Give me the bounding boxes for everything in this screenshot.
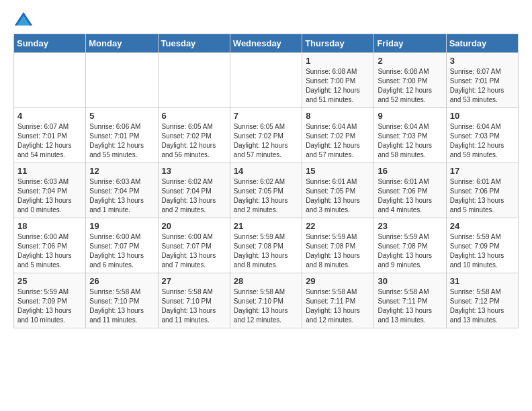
day-info: Sunrise: 5:59 AM Sunset: 7:08 PM Dayligh… [234, 232, 298, 270]
day-info: Sunrise: 5:59 AM Sunset: 7:08 PM Dayligh… [378, 232, 442, 270]
calendar-table: SundayMondayTuesdayWednesdayThursdayFrid… [13, 34, 519, 328]
day-number: 6 [162, 111, 226, 121]
calendar-cell: 22Sunrise: 5:59 AM Sunset: 7:08 PM Dayli… [302, 218, 374, 273]
day-number: 17 [450, 166, 515, 176]
calendar-cell: 12Sunrise: 6:03 AM Sunset: 7:04 PM Dayli… [86, 163, 158, 218]
calendar-cell: 14Sunrise: 6:02 AM Sunset: 7:05 PM Dayli… [230, 163, 302, 218]
calendar-cell: 30Sunrise: 5:58 AM Sunset: 7:11 PM Dayli… [374, 273, 446, 328]
day-info: Sunrise: 6:07 AM Sunset: 7:01 PM Dayligh… [450, 67, 515, 105]
day-info: Sunrise: 6:03 AM Sunset: 7:04 PM Dayligh… [17, 177, 82, 215]
day-number: 2 [378, 56, 442, 66]
day-number: 28 [234, 276, 298, 286]
calendar-cell: 19Sunrise: 6:00 AM Sunset: 7:07 PM Dayli… [86, 218, 158, 273]
day-info: Sunrise: 5:59 AM Sunset: 7:08 PM Dayligh… [306, 232, 370, 270]
day-number: 26 [89, 276, 154, 286]
weekday-header-sunday: Sunday [14, 34, 86, 53]
week-row-2: 4Sunrise: 6:07 AM Sunset: 7:01 PM Daylig… [14, 108, 519, 163]
calendar-cell: 23Sunrise: 5:59 AM Sunset: 7:08 PM Dayli… [374, 218, 446, 273]
day-info: Sunrise: 6:05 AM Sunset: 7:02 PM Dayligh… [234, 122, 298, 160]
calendar-cell [158, 53, 230, 108]
day-info: Sunrise: 6:01 AM Sunset: 7:06 PM Dayligh… [378, 177, 442, 215]
day-number: 19 [89, 221, 154, 231]
day-number: 7 [234, 111, 298, 121]
header [13, 11, 519, 27]
day-number: 11 [17, 166, 82, 176]
day-info: Sunrise: 6:00 AM Sunset: 7:06 PM Dayligh… [17, 232, 82, 270]
day-number: 22 [306, 221, 370, 231]
day-number: 27 [162, 276, 226, 286]
day-info: Sunrise: 6:08 AM Sunset: 7:00 PM Dayligh… [306, 67, 370, 105]
calendar-cell: 2Sunrise: 6:08 AM Sunset: 7:00 PM Daylig… [374, 53, 446, 108]
week-row-3: 11Sunrise: 6:03 AM Sunset: 7:04 PM Dayli… [14, 163, 519, 218]
day-info: Sunrise: 5:59 AM Sunset: 7:09 PM Dayligh… [450, 232, 515, 270]
weekday-header-row: SundayMondayTuesdayWednesdayThursdayFrid… [14, 34, 519, 53]
day-number: 4 [17, 111, 82, 121]
day-info: Sunrise: 6:01 AM Sunset: 7:06 PM Dayligh… [450, 177, 515, 215]
weekday-header-saturday: Saturday [446, 34, 518, 53]
calendar-cell: 5Sunrise: 6:06 AM Sunset: 7:01 PM Daylig… [86, 108, 158, 163]
day-info: Sunrise: 6:04 AM Sunset: 7:02 PM Dayligh… [306, 122, 370, 160]
calendar-cell: 8Sunrise: 6:04 AM Sunset: 7:02 PM Daylig… [302, 108, 374, 163]
day-number: 16 [378, 166, 442, 176]
day-number: 8 [306, 111, 370, 121]
calendar-cell: 26Sunrise: 5:58 AM Sunset: 7:10 PM Dayli… [86, 273, 158, 328]
weekday-header-wednesday: Wednesday [230, 34, 302, 53]
calendar-cell: 1Sunrise: 6:08 AM Sunset: 7:00 PM Daylig… [302, 53, 374, 108]
day-number: 9 [378, 111, 442, 121]
logo-icon [13, 11, 34, 27]
calendar-cell: 3Sunrise: 6:07 AM Sunset: 7:01 PM Daylig… [446, 53, 518, 108]
calendar-cell: 6Sunrise: 6:05 AM Sunset: 7:02 PM Daylig… [158, 108, 230, 163]
calendar-cell: 9Sunrise: 6:04 AM Sunset: 7:03 PM Daylig… [374, 108, 446, 163]
calendar-cell: 7Sunrise: 6:05 AM Sunset: 7:02 PM Daylig… [230, 108, 302, 163]
day-info: Sunrise: 6:02 AM Sunset: 7:05 PM Dayligh… [234, 177, 298, 215]
day-number: 12 [89, 166, 154, 176]
day-number: 14 [234, 166, 298, 176]
day-info: Sunrise: 5:58 AM Sunset: 7:10 PM Dayligh… [162, 287, 226, 325]
calendar-cell: 18Sunrise: 6:00 AM Sunset: 7:06 PM Dayli… [14, 218, 86, 273]
day-info: Sunrise: 6:04 AM Sunset: 7:03 PM Dayligh… [450, 122, 515, 160]
calendar-cell: 13Sunrise: 6:02 AM Sunset: 7:04 PM Dayli… [158, 163, 230, 218]
day-number: 21 [234, 221, 298, 231]
day-number: 25 [17, 276, 82, 286]
day-info: Sunrise: 6:08 AM Sunset: 7:00 PM Dayligh… [378, 67, 442, 105]
day-info: Sunrise: 6:04 AM Sunset: 7:03 PM Dayligh… [378, 122, 442, 160]
week-row-4: 18Sunrise: 6:00 AM Sunset: 7:06 PM Dayli… [14, 218, 519, 273]
calendar-cell: 16Sunrise: 6:01 AM Sunset: 7:06 PM Dayli… [374, 163, 446, 218]
calendar-cell: 25Sunrise: 5:59 AM Sunset: 7:09 PM Dayli… [14, 273, 86, 328]
day-info: Sunrise: 5:58 AM Sunset: 7:12 PM Dayligh… [450, 287, 515, 325]
day-info: Sunrise: 5:58 AM Sunset: 7:10 PM Dayligh… [89, 287, 154, 325]
week-row-5: 25Sunrise: 5:59 AM Sunset: 7:09 PM Dayli… [14, 273, 519, 328]
day-info: Sunrise: 6:06 AM Sunset: 7:01 PM Dayligh… [89, 122, 154, 160]
calendar-cell: 4Sunrise: 6:07 AM Sunset: 7:01 PM Daylig… [14, 108, 86, 163]
calendar-cell: 15Sunrise: 6:01 AM Sunset: 7:05 PM Dayli… [302, 163, 374, 218]
day-number: 20 [162, 221, 226, 231]
weekday-header-tuesday: Tuesday [158, 34, 230, 53]
calendar-cell [14, 53, 86, 108]
calendar-cell: 21Sunrise: 5:59 AM Sunset: 7:08 PM Dayli… [230, 218, 302, 273]
calendar-cell: 27Sunrise: 5:58 AM Sunset: 7:10 PM Dayli… [158, 273, 230, 328]
calendar-cell: 24Sunrise: 5:59 AM Sunset: 7:09 PM Dayli… [446, 218, 518, 273]
calendar-cell: 28Sunrise: 5:58 AM Sunset: 7:10 PM Dayli… [230, 273, 302, 328]
calendar-cell: 31Sunrise: 5:58 AM Sunset: 7:12 PM Dayli… [446, 273, 518, 328]
calendar-cell: 17Sunrise: 6:01 AM Sunset: 7:06 PM Dayli… [446, 163, 518, 218]
day-info: Sunrise: 6:05 AM Sunset: 7:02 PM Dayligh… [162, 122, 226, 160]
day-number: 24 [450, 221, 515, 231]
day-info: Sunrise: 6:00 AM Sunset: 7:07 PM Dayligh… [162, 232, 226, 270]
calendar-cell [86, 53, 158, 108]
day-info: Sunrise: 5:59 AM Sunset: 7:09 PM Dayligh… [17, 287, 82, 325]
day-info: Sunrise: 5:58 AM Sunset: 7:11 PM Dayligh… [306, 287, 370, 325]
day-number: 3 [450, 56, 515, 66]
logo [13, 11, 36, 27]
day-info: Sunrise: 5:58 AM Sunset: 7:11 PM Dayligh… [378, 287, 442, 325]
day-number: 10 [450, 111, 515, 121]
day-number: 1 [306, 56, 370, 66]
day-info: Sunrise: 6:07 AM Sunset: 7:01 PM Dayligh… [17, 122, 82, 160]
weekday-header-thursday: Thursday [302, 34, 374, 53]
week-row-1: 1Sunrise: 6:08 AM Sunset: 7:00 PM Daylig… [14, 53, 519, 108]
day-number: 23 [378, 221, 442, 231]
calendar-cell: 10Sunrise: 6:04 AM Sunset: 7:03 PM Dayli… [446, 108, 518, 163]
day-number: 31 [450, 276, 515, 286]
day-number: 15 [306, 166, 370, 176]
weekday-header-monday: Monday [86, 34, 158, 53]
calendar-cell: 20Sunrise: 6:00 AM Sunset: 7:07 PM Dayli… [158, 218, 230, 273]
